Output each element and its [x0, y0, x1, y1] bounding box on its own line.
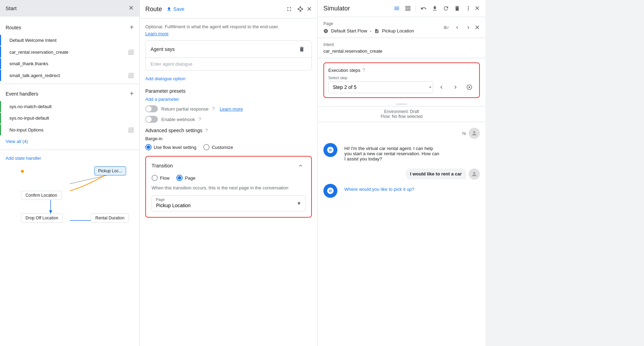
simulator-close-button[interactable]: ✕ — [475, 5, 480, 12]
sim-notes-button[interactable] — [441, 23, 451, 32]
user-bubble-1: I would like to rent a car — [406, 168, 466, 179]
page-radio-circle — [176, 175, 183, 181]
undo-button[interactable] — [419, 3, 429, 13]
enable-webhook-label: Enable webhook — [161, 117, 195, 122]
route-item[interactable]: small_talk.agent_redirect ⬜ — [0, 70, 139, 81]
return-partial-row: Return partial response ? Learn more — [145, 105, 312, 112]
download-icon — [432, 5, 438, 12]
route-header-actions: ✕ — [284, 4, 312, 14]
enable-webhook-help-icon[interactable]: ? — [198, 116, 201, 122]
customize-radio[interactable]: Customize — [203, 144, 233, 150]
canvas-node-confirm[interactable]: Confirm Location — [21, 191, 62, 200]
event-handlers-section-header: Event handlers + — [0, 87, 139, 100]
fullscreen-button[interactable] — [284, 4, 294, 14]
toolbar-divider — [416, 5, 416, 12]
route-body: Optional. Fulfillment is what the agent … — [140, 18, 317, 346]
bot-avatar-2 — [323, 184, 337, 198]
step-prev-icon — [438, 84, 445, 90]
list-view-button[interactable] — [392, 3, 402, 13]
route-label: small_thank.thanks — [9, 61, 48, 66]
hi-text: hi — [462, 131, 466, 136]
param-presets-label: Parameter presets — [145, 88, 312, 94]
use-flow-radio[interactable]: Use flow level setting — [145, 144, 196, 150]
add-state-handler-link[interactable]: Add state handler — [0, 153, 139, 164]
sim-page-label: Page — [323, 21, 414, 26]
agent-bubble-1: Hi! I'm the virtual car rental agent. I … — [340, 143, 445, 164]
exec-steps-help-icon[interactable]: ? — [363, 67, 365, 73]
sim-env-line1: Environment: Draft — [323, 109, 480, 114]
add-dialogue-link[interactable]: Add dialogue option — [145, 75, 312, 83]
return-partial-learn-more[interactable]: Learn more — [220, 106, 243, 112]
step-next-button[interactable] — [450, 82, 461, 93]
canvas-node-dropoff[interactable]: Drop Off Location — [21, 213, 63, 223]
simulator-toolbar: ✕ — [392, 3, 480, 13]
delete-session-button[interactable] — [452, 3, 462, 13]
breadcrumb-flow: Default Start Flow — [331, 28, 367, 33]
refresh-icon — [443, 5, 449, 12]
route-item[interactable]: small_thank.thanks — [0, 58, 139, 69]
return-partial-label: Return partial response — [161, 106, 208, 112]
move-button[interactable] — [295, 4, 305, 14]
page-radio[interactable]: Page — [176, 175, 195, 181]
event-item[interactable]: sys.no-match-default — [0, 101, 139, 112]
canvas-node-pickup[interactable]: Pickup Loc... — [94, 166, 126, 175]
agent-says-placeholder[interactable]: Enter agent dialogue — [146, 58, 312, 70]
canvas-dot-orange — [21, 170, 24, 173]
return-partial-toggle[interactable] — [145, 105, 158, 112]
add-param-link[interactable]: Add a parameter — [145, 97, 312, 102]
user-avatar-icon — [471, 130, 477, 136]
start-close-button[interactable]: ✕ — [129, 4, 134, 12]
step-prev-button[interactable] — [436, 82, 447, 93]
start-header: Start ✕ — [0, 0, 139, 16]
delete-agent-says-button[interactable] — [297, 44, 307, 54]
more-options-button[interactable] — [463, 3, 473, 13]
execution-steps-box: Execution steps ? Select step Step 2 of … — [323, 62, 480, 98]
save-button[interactable]: Save — [166, 6, 184, 12]
sim-intent-label: Intent — [323, 42, 480, 47]
add-route-button[interactable]: + — [130, 23, 134, 31]
download-button[interactable] — [430, 3, 440, 13]
sim-prev-button[interactable] — [452, 23, 462, 32]
enable-webhook-row: Enable webhook ? — [145, 116, 312, 123]
delete-icon — [299, 46, 305, 52]
event-label: sys.no-input-default — [9, 115, 49, 121]
canvas-preview: Pickup Loc... Confirm Location Drop Off … — [0, 166, 139, 257]
adv-speech-help-icon[interactable]: ? — [205, 128, 208, 133]
view-all-link[interactable]: View all (4) — [0, 136, 139, 147]
route-icon: ⬜ — [128, 73, 134, 78]
agent-says-header: Agent says — [146, 41, 312, 58]
chat-msg-user-1: I would like to rent a car — [323, 168, 480, 180]
sim-page-nav: ✕ — [441, 23, 480, 32]
route-item[interactable]: car_rental.reservation_create ⬜ — [0, 46, 139, 58]
sim-next-button[interactable] — [463, 23, 473, 32]
left-panel-body: Routes + Default Welcome Intent car_rent… — [0, 16, 139, 346]
canvas-node-rental[interactable]: Rental Duration — [91, 213, 129, 223]
flow-radio-circle — [152, 175, 158, 181]
grid-view-button[interactable] — [403, 3, 413, 13]
user-avatar-2 — [469, 168, 480, 180]
refresh-button[interactable] — [441, 3, 451, 13]
simulator-header: Simulator ✕ — [318, 0, 485, 17]
route-item[interactable]: Default Welcome Intent — [0, 35, 139, 46]
event-item[interactable]: sys.no-input-default — [0, 113, 139, 123]
event-item[interactable]: No-input Options ⬜ — [0, 124, 139, 135]
chat-msg-agent-1: Hi! I'm the virtual car rental agent. I … — [323, 143, 480, 164]
transition-collapse-button[interactable] — [296, 161, 306, 171]
flow-icon — [323, 29, 328, 33]
add-event-handler-button[interactable]: + — [130, 90, 134, 98]
start-title: Start — [6, 5, 17, 11]
sim-page-close-button[interactable]: ✕ — [475, 23, 480, 32]
route-close-button[interactable]: ✕ — [307, 4, 312, 14]
barge-in-label: Barge-in — [145, 136, 312, 141]
learn-more-link[interactable]: Learn more — [145, 31, 168, 36]
step-select-dropdown[interactable]: Step 2 of 5 — [328, 81, 433, 93]
customize-label: Customize — [212, 145, 233, 150]
flow-radio[interactable]: Flow — [152, 175, 169, 181]
enable-webhook-toggle[interactable] — [145, 116, 158, 123]
page-select-dropdown[interactable]: Pickup Location — [152, 195, 306, 211]
route-header: Route Save ✕ — [140, 0, 317, 18]
return-partial-help-icon[interactable]: ? — [212, 106, 215, 112]
step-target-button[interactable] — [464, 82, 475, 93]
page-select-wrapper: Page Pickup Location ▼ — [152, 195, 306, 211]
routes-section-header: Routes + — [0, 21, 139, 34]
